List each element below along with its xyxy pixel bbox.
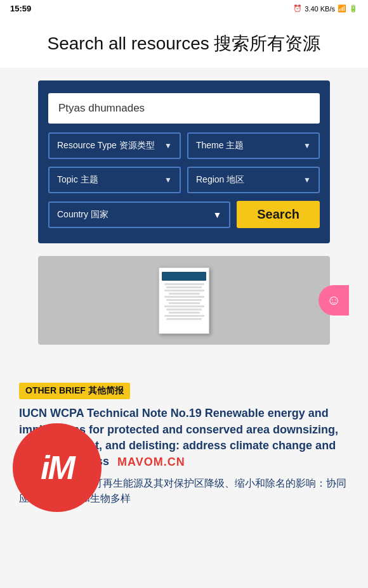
page-title-section: Search all resources 搜索所有资源 (0, 17, 368, 68)
topic-filter[interactable]: Topic 主题 ▼ (48, 167, 181, 193)
theme-filter[interactable]: Theme 主题 ▼ (187, 132, 320, 159)
doc-line (164, 296, 204, 298)
theme-label: Theme 主题 (196, 140, 244, 151)
time: 15:59 (10, 4, 31, 13)
accessibility-button[interactable]: ☺ (319, 285, 349, 316)
topic-label: Topic 主题 (57, 174, 98, 186)
filter-row-2: Topic 主题 ▼ Region 地区 ▼ (48, 167, 320, 193)
country-filter[interactable]: Country 国家 ▼ (48, 201, 230, 228)
search-box: Resource Type 资源类型 ▼ Theme 主题 ▼ Topic 主题… (38, 80, 330, 243)
result-tag: OTHER BRIEF 其他简报 (19, 383, 130, 399)
page-title: Search all resources 搜索所有资源 (13, 32, 355, 55)
resource-type-label: Resource Type 资源类型 (57, 140, 155, 151)
alarm-icon: ⏰ (293, 4, 302, 13)
resource-image-area (38, 256, 330, 345)
doc-line (169, 312, 200, 314)
battery-icon: 🔋 (349, 4, 358, 13)
doc-line (164, 315, 204, 317)
search-query-input[interactable] (48, 93, 320, 124)
chevron-down-icon: ▼ (213, 210, 221, 220)
country-label: Country 国家 (57, 209, 108, 220)
document-preview (159, 267, 209, 334)
chevron-down-icon: ▼ (303, 176, 311, 184)
chevron-down-icon: ▼ (303, 141, 311, 150)
status-bar: 15:59 ⏰ 3.40 KB/s 📶 🔋 (0, 0, 368, 17)
doc-line (164, 283, 204, 285)
result-title-zh: 技术说明 No.19 可再生能源及其对保护区降级、缩小和除名的影响：协同应对气候… (19, 476, 349, 506)
chevron-down-icon: ▼ (164, 141, 172, 150)
page-content: Search all resources 搜索所有资源 Resource Typ… (0, 17, 368, 538)
doc-line (166, 318, 202, 320)
search-button[interactable]: Search (237, 201, 320, 228)
status-icons: ⏰ 3.40 KB/s 📶 🔋 (293, 4, 358, 13)
filter-row-1: Resource Type 资源类型 ▼ Theme 主题 ▼ (48, 132, 320, 159)
result-title-en[interactable]: IUCN WCPA Technical Note No.19 Renewable… (19, 406, 349, 470)
doc-line (166, 286, 202, 288)
accessibility-icon: ☺ (327, 292, 341, 309)
doc-line (166, 299, 202, 301)
filter-row-3: Country 国家 ▼ Search (48, 201, 320, 228)
region-filter[interactable]: Region 地区 ▼ (187, 167, 320, 193)
region-label: Region 地区 (196, 174, 244, 186)
doc-line (164, 305, 204, 307)
wifi-icon: 📶 (338, 4, 346, 13)
resource-type-filter[interactable]: Resource Type 资源类型 ▼ (48, 132, 181, 159)
chevron-down-icon: ▼ (164, 176, 172, 184)
doc-line (169, 302, 200, 304)
doc-header (162, 272, 206, 281)
results-section: OTHER BRIEF 其他简报 IUCN WCPA Technical Not… (0, 383, 368, 506)
doc-line (166, 309, 202, 310)
doc-line (164, 290, 204, 291)
network-speed: 3.40 KB/s (305, 5, 335, 13)
doc-line (169, 293, 200, 295)
